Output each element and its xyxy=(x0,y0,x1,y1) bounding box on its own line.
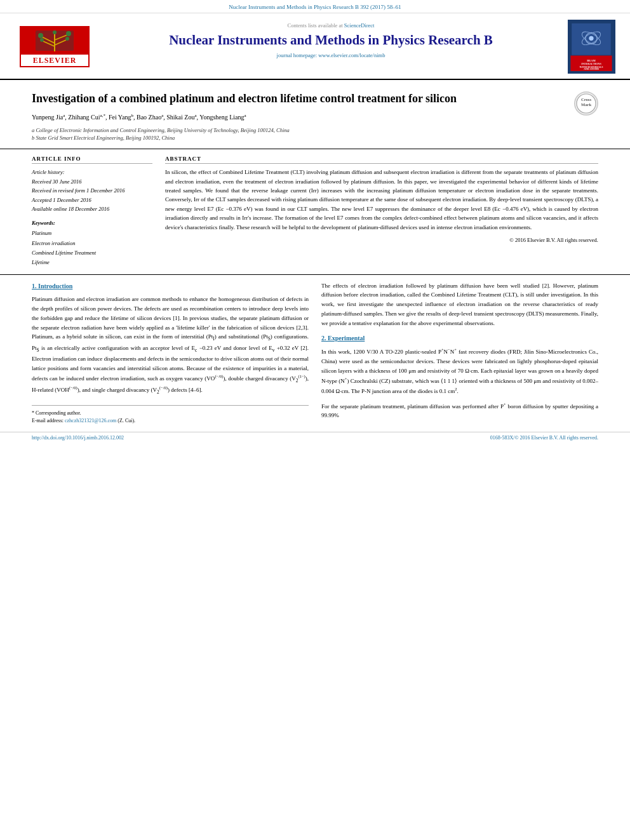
affiliation-b: b State Grid Smart Electrical Engineerin… xyxy=(32,134,566,142)
keywords-label: Keywords: xyxy=(32,220,152,226)
email-link[interactable]: czhczh321321@126.com xyxy=(65,418,116,423)
elsevier-wordmark: ELSEVIER xyxy=(21,54,88,67)
intro-heading: 1. Introduction xyxy=(32,281,309,292)
svg-text:AND ATOMS: AND ATOMS xyxy=(584,67,600,70)
abstract-label: ABSTRACT xyxy=(165,156,598,164)
sciencedirect-link[interactable]: ScienceDirect xyxy=(344,22,375,29)
keyword-1: Platinum xyxy=(32,229,152,238)
body-left-col: 1. Introduction Platinum diffusion and e… xyxy=(32,281,309,426)
intro-para1: Platinum diffusion and electron irradiat… xyxy=(32,295,309,396)
svg-point-7 xyxy=(66,31,71,36)
elsevier-logo: ELSEVIER xyxy=(20,26,90,67)
info-abstract-section: ARTICLE INFO Article history: Received 3… xyxy=(0,149,630,274)
journal-header: ELSEVIER Contents lists available at Sci… xyxy=(0,13,630,80)
elsevier-logo-area: ELSEVIER xyxy=(10,20,99,74)
svg-text:BEAM: BEAM xyxy=(587,59,596,62)
bottom-footer: http://dx.doi.org/10.1016/j.nimb.2016.12… xyxy=(0,432,630,443)
body-columns: 1. Introduction Platinum diffusion and e… xyxy=(32,281,598,426)
authors-line: Yunpeng Jiaa, Zhihang Cuia,*, Fei Yangb,… xyxy=(32,112,566,122)
keyword-3: Combined Lifetime Treatment xyxy=(32,248,152,258)
keyword-2: Electron irradiation xyxy=(32,239,152,248)
crossmark-badge: Cross Mark xyxy=(574,91,598,116)
journal-cover-area: BEAM INTERACTIONS WITH MATERIALS AND ATO… xyxy=(563,20,620,74)
svg-text:Mark: Mark xyxy=(581,102,591,107)
keywords-section: Keywords: Platinum Electron irradiation … xyxy=(32,220,152,267)
copyright-line: © 2016 Elsevier B.V. All rights reserved… xyxy=(165,237,598,243)
journal-title: Nuclear Instruments and Methods in Physi… xyxy=(112,32,550,48)
sciencedirect-note: Contents lists available at ScienceDirec… xyxy=(112,22,550,29)
experimental-heading: 2. Experimental xyxy=(321,333,598,344)
accepted-date: Accepted 1 December 2016 xyxy=(32,196,152,204)
received-date: Received 30 June 2016 xyxy=(32,177,152,186)
keyword-4: Lifetime xyxy=(32,258,152,267)
doi-link[interactable]: http://dx.doi.org/10.1016/j.nimb.2016.12… xyxy=(32,435,124,441)
crossmark-area: Cross Mark xyxy=(574,91,598,116)
journal-citation: Nuclear Instruments and Methods in Physi… xyxy=(0,0,630,13)
keywords-list: Platinum Electron irradiation Combined L… xyxy=(32,229,152,267)
elsevier-tree-graphic xyxy=(21,27,88,54)
history-label: Article history: xyxy=(32,168,152,177)
corresponding-author-note: * Corresponding author. xyxy=(32,410,309,417)
body-right-col: The effects of electron irradiation foll… xyxy=(321,281,598,426)
citation-text: Nuclear Instruments and Methods in Physi… xyxy=(229,4,401,10)
affiliation-a: a College of Electronic Information and … xyxy=(32,126,566,135)
footnote-corresponding: * Corresponding author. E-mail address: … xyxy=(32,410,309,425)
article-info-label: ARTICLE INFO xyxy=(32,156,152,164)
article-header: Investigation of a combined platinum and… xyxy=(0,80,630,149)
footnote-divider: * Corresponding author. E-mail address: … xyxy=(32,405,309,425)
homepage-link[interactable]: journal homepage: www.elsevier.com/locat… xyxy=(277,52,385,58)
article-info-column: ARTICLE INFO Article history: Received 3… xyxy=(32,156,152,267)
article-history: Article history: Received 30 June 2016 R… xyxy=(32,168,152,213)
experimental-para1: In this work, 1200 V/30 A TO-220 plastic… xyxy=(321,347,598,396)
article-title: Investigation of a combined platinum and… xyxy=(32,91,566,106)
svg-point-14 xyxy=(589,36,593,41)
online-date: Available online 18 December 2016 xyxy=(32,204,152,213)
svg-point-6 xyxy=(38,33,43,38)
svg-text:Cross: Cross xyxy=(581,97,591,102)
email-note: E-mail address: czhczh321321@126.com (Z.… xyxy=(32,417,309,425)
svg-point-10 xyxy=(53,30,57,34)
svg-point-8 xyxy=(40,38,44,42)
svg-point-9 xyxy=(65,37,69,41)
abstract-text: In silicon, the effect of Combined Lifet… xyxy=(165,168,598,232)
journal-cover-image: BEAM INTERACTIONS WITH MATERIALS AND ATO… xyxy=(568,20,615,74)
revised-date: Received in revised form 1 December 2016 xyxy=(32,186,152,195)
abstract-column: ABSTRACT In silicon, the effect of Combi… xyxy=(165,156,598,267)
experimental-para2: For the separate platinum treatment, pla… xyxy=(321,401,598,421)
body-section: 1. Introduction Platinum diffusion and e… xyxy=(0,275,630,432)
journal-title-area: Contents lists available at ScienceDirec… xyxy=(99,20,563,74)
issn-copyright: 0168-583X/© 2016 Elsevier B.V. All right… xyxy=(490,435,598,441)
journal-homepage: journal homepage: www.elsevier.com/locat… xyxy=(112,52,550,58)
affiliations: a College of Electronic Information and … xyxy=(32,126,566,143)
intro-para2: The effects of electron irradiation foll… xyxy=(321,281,598,328)
